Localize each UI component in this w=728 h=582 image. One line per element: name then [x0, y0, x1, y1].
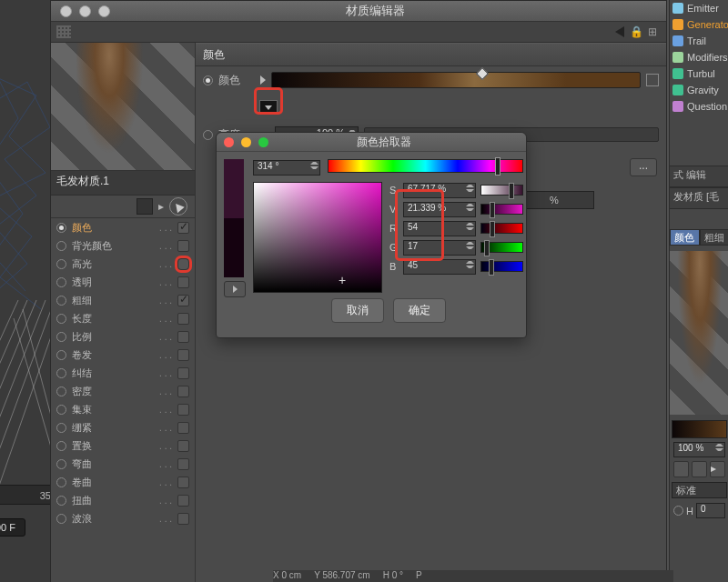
s-field[interactable]: 67.717 %: [403, 183, 476, 198]
tab-color[interactable]: 颜色: [670, 229, 700, 246]
channel-checkbox[interactable]: [177, 258, 189, 270]
cancel-button[interactable]: 取消: [331, 298, 384, 323]
channel-checkbox[interactable]: [177, 404, 189, 416]
channel-checkbox[interactable]: [177, 349, 189, 361]
channel-扭曲[interactable]: 扭曲. . .: [51, 491, 195, 509]
attr-play-button[interactable]: ▸: [710, 461, 725, 477]
channel-checkbox[interactable]: [177, 276, 189, 288]
channel-checkbox[interactable]: [177, 295, 189, 306]
color-radio[interactable]: [203, 75, 213, 85]
channel-radio[interactable]: [56, 259, 66, 269]
s-slider[interactable]: [480, 185, 523, 196]
channel-颜色[interactable]: 颜色. . .: [51, 218, 195, 236]
expand-icon[interactable]: [260, 75, 266, 85]
channel-radio[interactable]: [56, 441, 66, 451]
attr-btn-2[interactable]: [692, 461, 707, 477]
channel-卷发[interactable]: 卷发. . .: [51, 346, 195, 364]
channel-波浪[interactable]: 波浪. . .: [51, 509, 195, 527]
r-slider[interactable]: [480, 223, 523, 234]
channel-radio[interactable]: [56, 368, 66, 378]
sv-picker-area[interactable]: +: [253, 182, 382, 293]
channel-弯曲[interactable]: 弯曲. . .: [51, 455, 195, 473]
lock-icon[interactable]: 🔒: [630, 25, 642, 38]
material-name-field[interactable]: 毛发材质.1: [51, 171, 195, 196]
back-icon[interactable]: [615, 26, 624, 37]
hue-handle[interactable]: [495, 157, 500, 176]
object-Turbul[interactable]: Turbul: [670, 65, 728, 82]
material-preview[interactable]: [51, 43, 195, 171]
channel-checkbox[interactable]: [177, 240, 189, 252]
channel-透明[interactable]: 透明. . .: [51, 273, 195, 291]
attr-preview[interactable]: [670, 251, 728, 415]
channel-checkbox[interactable]: [177, 313, 189, 325]
channel-checkbox[interactable]: [177, 458, 189, 470]
channel-长度[interactable]: 长度. . .: [51, 309, 195, 327]
attr-mode-row[interactable]: 式 编辑: [670, 166, 728, 187]
gradient-knot[interactable]: [476, 67, 489, 80]
channel-比例[interactable]: 比例. . .: [51, 327, 195, 346]
b-field[interactable]: 45: [403, 259, 476, 275]
picker-close-dot[interactable]: [224, 137, 234, 147]
channel-radio[interactable]: [56, 405, 66, 415]
picker-zoom-dot[interactable]: [258, 137, 268, 147]
channel-checkbox[interactable]: [177, 477, 189, 488]
g-slider[interactable]: [480, 242, 523, 253]
object-Gravity[interactable]: Gravity: [670, 82, 728, 98]
channel-radio[interactable]: [56, 332, 66, 342]
texture-browse-button[interactable]: ...: [630, 158, 657, 176]
channel-checkbox[interactable]: [177, 367, 189, 379]
channel-radio[interactable]: [56, 277, 66, 287]
object-Trail[interactable]: Trail: [670, 33, 728, 49]
b-slider[interactable]: [480, 261, 523, 272]
attr-blend-combo[interactable]: 标准: [672, 482, 727, 498]
channel-高光[interactable]: 高光. . .: [51, 255, 195, 273]
grid-icon[interactable]: [56, 25, 71, 38]
attr-brightness-field[interactable]: 100 %: [673, 442, 725, 457]
g-field[interactable]: 17: [403, 240, 476, 256]
channel-绷紧[interactable]: 绷紧. . .: [51, 418, 195, 436]
attr-gradient[interactable]: [672, 420, 727, 438]
zoom-dot[interactable]: [98, 5, 110, 17]
brightness-radio[interactable]: [203, 130, 213, 140]
attr-h-radio[interactable]: [673, 506, 683, 516]
link-icon[interactable]: [646, 74, 659, 86]
object-Generator[interactable]: Generator: [670, 16, 728, 33]
channel-radio[interactable]: [56, 350, 66, 360]
channel-密度[interactable]: 密度. . .: [51, 382, 195, 400]
channel-checkbox[interactable]: [177, 513, 189, 525]
picker-cursor-icon[interactable]: [169, 197, 187, 216]
object-Question[interactable]: Question: [670, 98, 728, 115]
channel-checkbox[interactable]: [177, 422, 189, 434]
attr-h-field[interactable]: 0: [696, 503, 725, 518]
timeline-frame-field[interactable]: 90 F: [0, 518, 25, 537]
window-titlebar[interactable]: 材质编辑器: [51, 1, 666, 22]
channel-radio[interactable]: [56, 514, 66, 524]
channel-radio[interactable]: [56, 223, 66, 233]
object-Modifiers[interactable]: Modifiers: [670, 49, 728, 65]
close-dot[interactable]: [60, 5, 72, 17]
channel-radio[interactable]: [56, 241, 66, 251]
channel-radio[interactable]: [56, 314, 66, 324]
channel-粗细[interactable]: 粗细. . .: [51, 291, 195, 309]
channel-checkbox[interactable]: [177, 386, 189, 397]
minimize-dot[interactable]: [79, 5, 91, 17]
tab-thickness[interactable]: 粗细: [700, 229, 729, 246]
channel-checkbox[interactable]: [177, 440, 189, 452]
channel-radio[interactable]: [56, 386, 66, 396]
color-gradient-bar[interactable]: [271, 72, 641, 88]
r-field[interactable]: 54: [403, 221, 476, 236]
nav-square-button[interactable]: [136, 198, 153, 215]
color-swatch-dropdown[interactable]: [259, 100, 278, 115]
channel-checkbox[interactable]: [177, 331, 189, 343]
channel-卷曲[interactable]: 卷曲. . .: [51, 473, 195, 491]
v-slider[interactable]: [480, 204, 523, 215]
channel-纠结[interactable]: 纠结. . .: [51, 364, 195, 382]
picker-titlebar[interactable]: 颜色拾取器: [217, 133, 526, 152]
channel-radio[interactable]: [56, 459, 66, 469]
object-Emitter[interactable]: Emitter: [670, 0, 728, 16]
channel-集束[interactable]: 集束. . .: [51, 400, 195, 418]
old-new-color-swatch[interactable]: [224, 159, 244, 277]
channel-radio[interactable]: [56, 477, 66, 487]
channel-checkbox[interactable]: [177, 222, 189, 234]
channel-背光颜色[interactable]: 背光颜色. . .: [51, 236, 195, 255]
